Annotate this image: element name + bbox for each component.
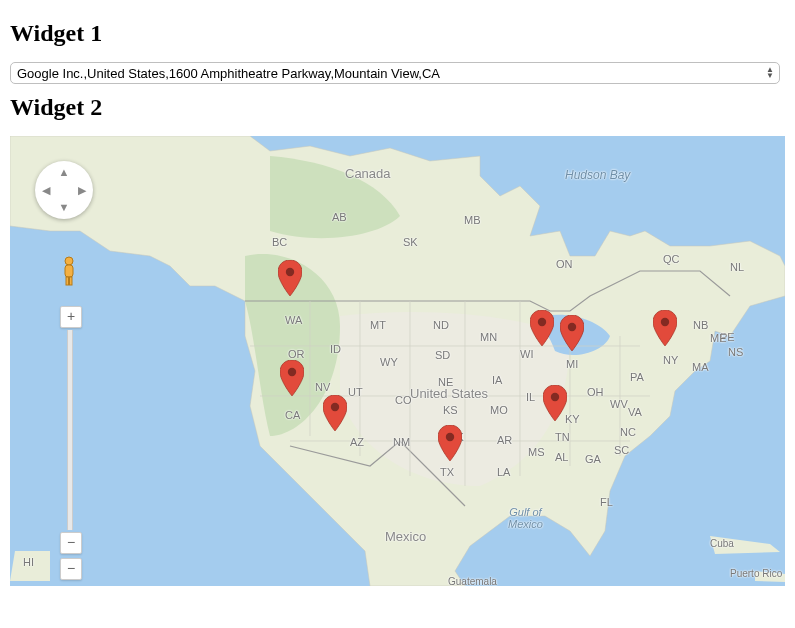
map-marker-michigan[interactable] — [560, 315, 584, 351]
label-MB: MB — [464, 214, 481, 226]
label-AR: AR — [497, 434, 512, 446]
svg-point-12 — [661, 318, 669, 326]
label-SD: SD — [435, 349, 450, 361]
label-hudson-bay: Hudson Bay — [565, 168, 630, 182]
svg-point-11 — [551, 393, 559, 401]
label-LA: LA — [497, 466, 510, 478]
label-AB: AB — [332, 211, 347, 223]
zoom-slider[interactable] — [67, 330, 73, 530]
label-CO: CO — [395, 394, 412, 406]
svg-point-8 — [446, 433, 454, 441]
label-MI: MI — [566, 358, 578, 370]
label-SC: SC — [614, 444, 629, 456]
label-ME: ME — [710, 332, 727, 344]
label-MS: MS — [528, 446, 545, 458]
widget2-heading: Widget 2 — [10, 94, 785, 121]
label-ND: ND — [433, 319, 449, 331]
label-gulf-mexico: Gulf of Mexico — [508, 506, 543, 530]
map-marker-tennessee[interactable] — [543, 385, 567, 421]
zoom-out-button[interactable]: − — [60, 532, 82, 554]
map[interactable]: Canada United States Mexico Cuba Guatema… — [10, 136, 785, 586]
label-NE: NE — [438, 376, 453, 388]
label-WY: WY — [380, 356, 398, 368]
label-puerto-rico: Puerto Rico — [730, 568, 782, 579]
zoom-in-button[interactable]: + — [60, 306, 82, 328]
label-GA: GA — [585, 453, 601, 465]
label-NV: NV — [315, 381, 330, 393]
label-us: United States — [410, 386, 488, 401]
label-WI: WI — [520, 348, 533, 360]
label-HI: HI — [23, 556, 34, 568]
zoom-control[interactable]: + − − — [60, 306, 80, 580]
label-IL: IL — [526, 391, 535, 403]
label-mexico: Mexico — [385, 529, 426, 544]
pan-down-icon[interactable]: ▼ — [59, 202, 70, 213]
pan-right-icon[interactable]: ▶ — [78, 185, 86, 196]
label-CA: CA — [285, 409, 300, 421]
location-select-wrap[interactable]: Google Inc.,United States,1600 Amphithea… — [10, 62, 780, 84]
pan-up-icon[interactable]: ▲ — [59, 167, 70, 178]
pegman-icon[interactable] — [58, 256, 80, 286]
label-MN: MN — [480, 331, 497, 343]
label-PA: PA — [630, 371, 644, 383]
svg-rect-3 — [66, 277, 69, 285]
svg-point-10 — [568, 323, 576, 331]
pan-control[interactable]: ▲ ▼ ◀ ▶ — [35, 161, 93, 219]
label-MA: MA — [692, 361, 709, 373]
svg-point-7 — [331, 403, 339, 411]
label-NY: NY — [663, 354, 678, 366]
svg-point-6 — [288, 368, 296, 376]
label-TN: TN — [555, 431, 570, 443]
label-NL: NL — [730, 261, 744, 273]
svg-point-1 — [65, 257, 73, 265]
label-OR: OR — [288, 348, 305, 360]
label-canada: Canada — [345, 166, 391, 181]
label-QC: QC — [663, 253, 680, 265]
label-cuba: Cuba — [710, 538, 734, 549]
label-VA: VA — [628, 406, 642, 418]
label-AL: AL — [555, 451, 568, 463]
pan-left-icon[interactable]: ◀ — [42, 185, 50, 196]
label-KY: KY — [565, 413, 580, 425]
location-select[interactable]: Google Inc.,United States,1600 Amphithea… — [10, 62, 780, 84]
label-NC: NC — [620, 426, 636, 438]
label-AZ: AZ — [350, 436, 364, 448]
map-marker-california[interactable] — [280, 360, 304, 396]
label-guatemala: Guatemala — [448, 576, 497, 586]
label-ID: ID — [330, 343, 341, 355]
label-FL: FL — [600, 496, 613, 508]
map-marker-seattle[interactable] — [278, 260, 302, 296]
label-TX: TX — [440, 466, 454, 478]
svg-rect-2 — [65, 265, 73, 277]
label-ON: ON — [556, 258, 573, 270]
label-WV: WV — [610, 398, 628, 410]
label-OH: OH — [587, 386, 604, 398]
label-NM: NM — [393, 436, 410, 448]
label-KS: KS — [443, 404, 458, 416]
map-marker-newyork[interactable] — [653, 310, 677, 346]
map-marker-texas[interactable] — [438, 425, 462, 461]
label-UT: UT — [348, 386, 363, 398]
svg-point-9 — [538, 318, 546, 326]
label-NS: NS — [728, 346, 743, 358]
label-IA: IA — [492, 374, 502, 386]
label-BC: BC — [272, 236, 287, 248]
map-marker-arizona[interactable] — [323, 395, 347, 431]
map-marker-wisconsin[interactable] — [530, 310, 554, 346]
label-SK: SK — [403, 236, 418, 248]
label-NB: NB — [693, 319, 708, 331]
label-WA: WA — [285, 314, 302, 326]
zoom-out2-button[interactable]: − — [60, 558, 82, 580]
label-MO: MO — [490, 404, 508, 416]
widget1-heading: Widget 1 — [10, 20, 785, 47]
label-MT: MT — [370, 319, 386, 331]
svg-rect-4 — [70, 277, 73, 285]
svg-point-5 — [286, 268, 294, 276]
